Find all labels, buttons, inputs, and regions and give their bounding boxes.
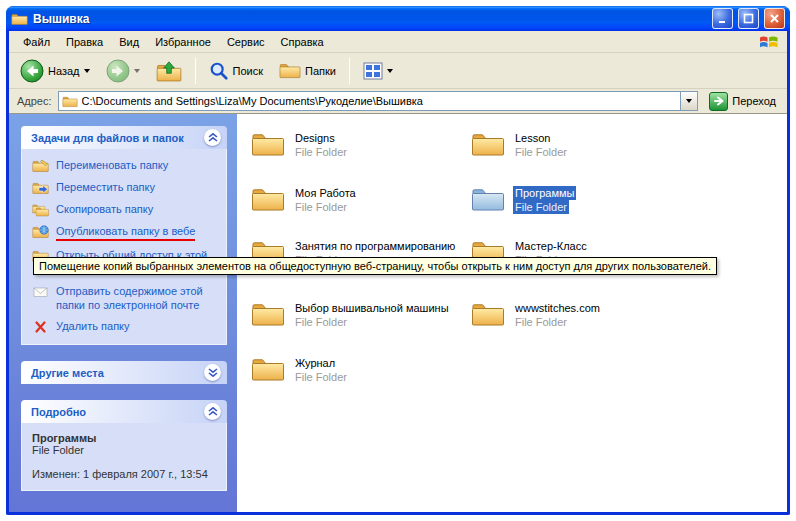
panel-tasks-header[interactable]: Задачи для файлов и папок: [21, 126, 227, 149]
panel-other-places-header[interactable]: Другие места: [21, 361, 227, 384]
address-input[interactable]: C:\Documents and Settings\Liza\My Docume…: [58, 91, 699, 111]
panel-details-header[interactable]: Подробно: [21, 400, 227, 423]
minimize-icon: [717, 13, 728, 24]
file-name: Designs: [293, 131, 337, 145]
windows-logo-icon: [759, 33, 779, 51]
maximize-icon: [743, 13, 754, 24]
folders-button[interactable]: Папки: [272, 56, 343, 86]
file-name: Занятия по программированию: [293, 239, 457, 253]
menu-favorites[interactable]: Избранное: [147, 33, 219, 51]
file-name: Программы: [513, 186, 576, 200]
file-list-area[interactable]: DesignsFile Folder LessonFile Folder Моя…: [237, 114, 787, 512]
file-item-selected[interactable]: ПрограммыFile Folder: [471, 185, 689, 214]
file-type: File Folder: [293, 200, 349, 214]
folder-icon: [471, 300, 505, 328]
address-label: Адрес:: [17, 95, 52, 107]
file-item[interactable]: Моя РаботаFile Folder: [251, 185, 469, 214]
folder-icon: [251, 185, 285, 213]
file-name: wwwstitches.com: [513, 301, 602, 315]
collapse-button[interactable]: [204, 403, 221, 420]
file-item[interactable]: LessonFile Folder: [471, 130, 689, 159]
expand-button[interactable]: [204, 364, 221, 381]
folder-up-icon: [156, 59, 182, 83]
toolbar: Назад Поиск Папки: [9, 53, 787, 89]
forward-button[interactable]: [99, 56, 147, 86]
details-modified: Изменен: 1 февраля 2007 г., 13:54: [32, 468, 220, 480]
go-label: Переход: [732, 95, 776, 107]
move-folder-icon: [32, 181, 49, 195]
folder-icon: [471, 130, 505, 158]
task-label: Переименовать папку: [56, 158, 168, 172]
back-icon: [20, 59, 44, 83]
up-button[interactable]: [149, 56, 189, 86]
menu-tools[interactable]: Сервис: [219, 33, 273, 51]
go-button[interactable]: Переход: [704, 92, 781, 111]
task-copy-folder[interactable]: Скопировать папку: [32, 202, 220, 217]
folder-icon: [471, 185, 505, 213]
task-rename-folder[interactable]: Переименовать папку: [32, 158, 220, 173]
menu-view[interactable]: Вид: [111, 33, 147, 51]
folder-icon: [251, 355, 285, 383]
explorer-window: Вышивка Файл Правка Вид Избранное Сервис…: [6, 6, 790, 515]
views-button[interactable]: [356, 56, 400, 86]
folder-icon: [251, 300, 285, 328]
details-item-type: File Folder: [32, 444, 220, 456]
folders-label: Папки: [305, 65, 336, 77]
task-email-folder[interactable]: Отправить содержимое этой папки по элект…: [32, 284, 220, 313]
forward-icon: [106, 59, 130, 83]
publish-web-icon: [32, 225, 49, 239]
menu-file[interactable]: Файл: [15, 33, 58, 51]
file-item[interactable]: Выбор вышивальной машиныFile Folder: [251, 300, 469, 329]
task-move-folder[interactable]: Переместить папку: [32, 180, 220, 195]
title-bar[interactable]: Вышивка: [6, 6, 790, 31]
panel-file-folder-tasks: Задачи для файлов и папок Переименовать …: [21, 126, 227, 345]
back-button[interactable]: Назад: [13, 56, 97, 86]
file-name: Журнал: [293, 356, 337, 370]
file-name: Мастер-Класс: [513, 239, 589, 253]
file-type: File Folder: [513, 315, 569, 329]
tooltip: Помещение копий выбранных элементов на о…: [33, 257, 717, 275]
search-icon: [209, 61, 229, 81]
panel-tasks-body: Переименовать папку Переместить папку Ск…: [21, 149, 227, 345]
file-type: File Folder: [513, 200, 569, 214]
search-button[interactable]: Поиск: [202, 56, 270, 86]
email-folder-icon: [32, 285, 49, 299]
window-body: Задачи для файлов и папок Переименовать …: [9, 114, 787, 512]
menu-bar: Файл Правка Вид Избранное Сервис Справка: [9, 31, 787, 53]
details-item-name: Программы: [32, 432, 220, 444]
file-type: File Folder: [293, 145, 349, 159]
delete-folder-icon: [32, 320, 49, 334]
task-publish-folder-web[interactable]: Опубликовать папку в вебе: [32, 224, 220, 241]
chevron-up-icon: [208, 133, 218, 142]
address-dropdown-button[interactable]: [680, 92, 697, 110]
task-label: Отправить содержимое этой папки по элект…: [56, 284, 220, 313]
file-item[interactable]: ЖурналFile Folder: [251, 355, 469, 384]
address-value: C:\Documents and Settings\Liza\My Docume…: [82, 95, 677, 107]
task-label: Удалить папку: [56, 319, 130, 333]
views-icon: [363, 62, 383, 80]
panel-other-places-title: Другие места: [31, 367, 104, 379]
address-bar: Адрес: C:\Documents and Settings\Liza\My…: [9, 89, 787, 114]
minimize-button[interactable]: [712, 8, 733, 29]
views-dropdown-icon: [387, 69, 393, 73]
file-type: File Folder: [293, 370, 349, 384]
task-label: Опубликовать папку в вебе: [56, 224, 195, 241]
chevron-up-icon: [208, 407, 218, 416]
close-button[interactable]: [764, 8, 785, 29]
file-type: File Folder: [293, 315, 349, 329]
panel-tasks-title: Задачи для файлов и папок: [31, 132, 184, 144]
menu-help[interactable]: Справка: [273, 33, 332, 51]
panel-other-places: Другие места: [21, 361, 227, 384]
chevron-down-icon: [208, 368, 218, 377]
maximize-button[interactable]: [738, 8, 759, 29]
close-icon: [769, 13, 780, 24]
collapse-button[interactable]: [204, 129, 221, 146]
back-dropdown-icon: [84, 69, 90, 73]
back-label: Назад: [48, 65, 80, 77]
dropdown-caret-icon: [686, 99, 692, 103]
menu-edit[interactable]: Правка: [58, 33, 111, 51]
panel-details: Подробно Программы File Folder Изменен: …: [21, 400, 227, 491]
task-delete-folder[interactable]: Удалить папку: [32, 319, 220, 334]
file-item[interactable]: wwwstitches.comFile Folder: [471, 300, 689, 329]
file-item[interactable]: DesignsFile Folder: [251, 130, 469, 159]
